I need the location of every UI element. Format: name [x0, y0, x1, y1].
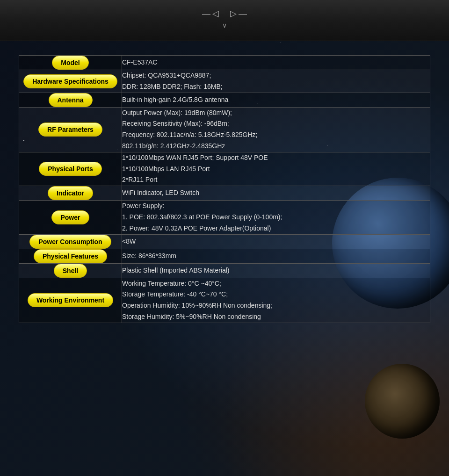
label-badge: Physical Features — [34, 249, 107, 263]
header-deco-right — [230, 8, 247, 19]
table-row: Physical Ports1*10/100Mbps WAN RJ45 Port… — [19, 152, 430, 186]
table-row: Hardware SpecificationsChipset: QCA9531+… — [19, 70, 430, 93]
value-cell: CF-E537AC — [122, 56, 430, 70]
header-title-wrap — [0, 8, 449, 19]
header-chevron: ∨ — [0, 22, 449, 29]
label-badge: Antenna — [49, 93, 93, 107]
label-badge: Model — [52, 56, 88, 70]
label-cell: Physical Features — [19, 249, 122, 263]
value-cell: Plastic Shell (Imported ABS Material) — [122, 263, 430, 278]
label-cell: Power — [19, 201, 122, 234]
label-cell: Antenna — [19, 93, 122, 107]
value-cell: Working Temperature: 0°C ~40°C;Storage T… — [122, 278, 430, 323]
label-badge: Indicator — [48, 186, 93, 200]
page-content: ∨ ModelCF-E537ACHardware SpecificationsC… — [0, 0, 449, 342]
label-badge: Shell — [54, 264, 87, 278]
label-badge: Power — [51, 210, 89, 224]
label-badge: RF Parameters — [38, 123, 102, 137]
table-row: ModelCF-E537AC — [19, 56, 430, 70]
value-cell: Built-in high-gain 2.4G/5.8G antenna — [122, 93, 430, 107]
label-badge: Physical Ports — [39, 162, 102, 176]
label-badge: Working Environment — [28, 293, 113, 307]
label-cell: RF Parameters — [19, 107, 122, 152]
table-row: AntennaBuilt-in high-gain 2.4G/5.8G ante… — [19, 93, 430, 107]
value-cell: Chipset: QCA9531+QCA9887;DDR: 128MB DDR2… — [122, 70, 430, 93]
table-row: Physical FeaturesSize: 86*86*33mm — [19, 249, 430, 263]
value-cell: Power Supply:1. POE: 802.3af/802.3 at PO… — [122, 201, 430, 234]
value-cell: 1*10/100Mbps WAN RJ45 Port; Support 48V … — [122, 152, 430, 186]
table-row: IndicatorWiFi Indicator, LED Switch — [19, 186, 430, 201]
label-cell: Indicator — [19, 186, 122, 201]
table-row: Working EnvironmentWorking Temperature: … — [19, 278, 430, 323]
table-row: Power Consumption<8W — [19, 234, 430, 249]
label-cell: Hardware Specifications — [19, 70, 122, 93]
value-cell: Size: 86*86*33mm — [122, 249, 430, 263]
table-row: RF ParametersOutput Power (Max): 19dBm (… — [19, 107, 430, 152]
label-cell: Physical Ports — [19, 152, 122, 186]
label-cell: Shell — [19, 263, 122, 278]
label-cell: Power Consumption — [19, 234, 122, 249]
label-badge: Power Consumption — [29, 235, 111, 249]
label-cell: Working Environment — [19, 278, 122, 323]
value-cell: Output Power (Max): 19dBm (80mW);Receivi… — [122, 107, 430, 152]
page-header: ∨ — [0, 0, 449, 41]
value-cell: <8W — [122, 234, 430, 249]
table-row: ShellPlastic Shell (Imported ABS Materia… — [19, 263, 430, 278]
header-deco-left — [202, 8, 219, 19]
spec-table: ModelCF-E537ACHardware SpecificationsChi… — [19, 55, 430, 323]
label-cell: Model — [19, 56, 122, 70]
value-cell: WiFi Indicator, LED Switch — [122, 186, 430, 201]
label-badge: Hardware Specifications — [23, 74, 117, 88]
table-row: PowerPower Supply:1. POE: 802.3af/802.3 … — [19, 201, 430, 234]
planet-decoration-2 — [365, 364, 440, 439]
main-content: ModelCF-E537ACHardware SpecificationsChi… — [0, 41, 449, 342]
